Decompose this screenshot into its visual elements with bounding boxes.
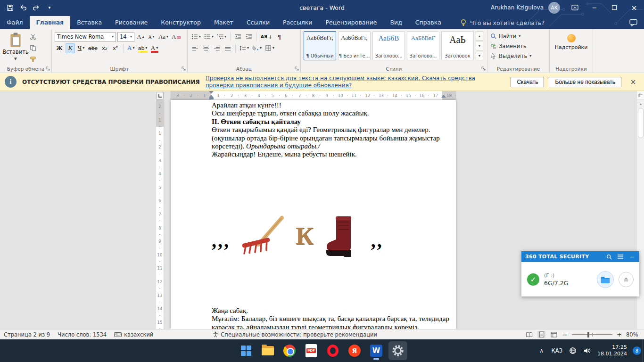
tab-selector[interactable] [156,92,164,99]
settings-icon[interactable] [388,341,407,360]
minimize-button[interactable]: − [585,0,604,15]
increase-indent-button[interactable] [244,32,254,42]
strikethrough-button[interactable]: abc [87,43,99,53]
boot-image[interactable] [324,214,361,258]
align-right-button[interactable] [212,43,222,53]
ruler-toggle-icon[interactable] [637,91,644,100]
format-painter-button[interactable] [28,55,38,65]
redo-icon[interactable] [30,1,42,14]
font-name-combo[interactable]: Times New Roma ▾ [55,32,116,42]
ribbon-display-options-icon[interactable] [565,0,585,15]
scroll-up-icon[interactable]: ▴ [637,100,644,107]
network-icon[interactable] [568,344,578,358]
superscript-button[interactable]: x² [111,43,120,53]
download-button[interactable]: Скачать [511,77,544,87]
doc-paragraph[interactable]: Жаңа сабақ. [212,307,452,315]
bold-button[interactable]: Ж [55,43,64,53]
doc-heading[interactable]: ІІ. Өткен сабақты қайталау [212,118,452,126]
ribbon-tab[interactable]: Файл [0,16,30,29]
subscript-button[interactable]: x₂ [100,43,109,53]
ribbon-tab[interactable]: Вставка [70,16,108,29]
customize-quick-access-icon[interactable]: ▾ [43,1,56,14]
zoom-level[interactable]: 80% [626,331,640,338]
scrollbar-thumb[interactable] [638,108,644,138]
user-avatar[interactable]: AK [548,2,560,14]
style-gallery-item[interactable]: АаБбВвГг, ¶ Обычный [304,31,336,60]
styles-dialog-launcher-icon[interactable] [481,66,486,71]
tray-chevron-icon[interactable]: ∧ [537,344,546,358]
widget-menu-icon[interactable] [617,253,624,261]
zoom-slider[interactable] [572,334,612,335]
ribbon-tab[interactable]: Рассылки [276,16,319,29]
document-page[interactable]: Арайлап атқан күнге!!! Осы шеңберде тұры… [171,100,456,329]
ribbon-tab[interactable]: Рецензирование [319,16,384,29]
justify-button[interactable] [223,43,232,53]
copy-button[interactable] [28,43,38,53]
undo-icon[interactable] [17,1,29,14]
ribbon-tab[interactable]: Макет [207,16,240,29]
doc-paragraph[interactable]: Осы шеңберде тұрып, өткен сабаққа шолу ж… [212,109,452,117]
notification-badge[interactable]: 8 [633,346,641,355]
doc-paragraph[interactable]: Өткен тақырыбымыз қандай еді? Геометриял… [212,126,452,134]
italic-button[interactable]: К [66,43,75,53]
select-button[interactable]: Выделить ▾ [490,51,546,60]
doc-paragraph[interactable]: Арайлап атқан күнге!!! [212,101,452,109]
style-gallery-item[interactable]: АаБбВвГ Заголово... [407,31,439,60]
styles-scroll-up-icon[interactable]: ▴ [476,31,483,41]
rake-image[interactable] [240,215,285,257]
feedback-icon[interactable] [629,16,637,29]
style-gallery-item[interactable]: АаЬ Заголовок [441,31,474,60]
align-center-button[interactable] [201,43,211,53]
vertical-ruler[interactable]: 21123456789101112131415 [156,100,164,329]
paragraph-dialog-launcher-icon[interactable] [294,66,299,71]
input-language-indicator[interactable]: ҚАЗ [551,344,563,358]
decrease-indent-button[interactable] [233,32,243,42]
ribbon-tab[interactable]: Рисование [108,16,154,29]
volume-icon[interactable] [582,344,592,358]
doc-paragraph[interactable]: Мұғалім: Балалар, біз көшеге шықсақ та, … [212,315,452,323]
close-button[interactable]: × [624,0,644,15]
numbering-button[interactable]: ▾ [203,32,215,42]
info-bar-message-link[interactable]: Проверка не выполняется для текста на сл… [206,75,505,89]
styles-gallery-more-icon[interactable]: ▾ [476,51,483,60]
addins-button[interactable]: Надстройки [551,31,592,53]
show-paragraph-marks-button[interactable]: ¶ [274,32,284,42]
highlight-button[interactable]: ab▾ [137,43,149,53]
page-indicator[interactable]: Страница 2 из 9 [4,331,50,338]
save-icon[interactable] [4,1,16,14]
opera-icon[interactable] [323,341,342,360]
change-case-button[interactable]: Аа▾ [157,32,169,42]
zoom-out-button[interactable]: − [562,331,568,338]
zoom-slider-thumb[interactable] [587,332,589,337]
eject-drive-button[interactable] [619,272,634,287]
widget-search-icon[interactable] [605,253,613,261]
right-indent-marker[interactable] [441,95,446,98]
file-explorer-icon[interactable] [258,341,277,360]
doc-paragraph[interactable]: Жарайсыңдар! Ендеше, мына ребусты шешейі… [212,150,452,158]
web-layout-icon[interactable] [550,331,558,338]
word-count[interactable]: Число слов: 1534 [58,331,107,338]
chrome-icon[interactable] [280,341,299,360]
clear-formatting-button[interactable]: А [171,32,182,42]
style-gallery-item[interactable]: АаБбВвГг, ¶ Без инте... [338,31,371,60]
clipboard-dialog-launcher-icon[interactable] [45,66,50,71]
bullets-button[interactable]: ▾ [190,32,202,42]
multilevel-list-button[interactable]: ▾ [216,32,227,42]
pdf-reader-icon[interactable]: PDF [302,341,321,360]
underline-button[interactable]: Ч▾ [76,43,86,53]
shading-button[interactable]: ▾ [251,43,263,53]
info-bar-close-icon[interactable]: × [628,78,638,86]
taskbar-clock[interactable]: 17:25 18.01.2024 [596,344,628,358]
zoom-in-button[interactable]: + [617,331,622,338]
open-drive-folder-button[interactable] [597,271,614,288]
print-layout-icon[interactable] [537,331,545,338]
accessibility-checker[interactable]: Специальные возможности: проверьте реком… [213,331,377,338]
doc-paragraph-clipped[interactable]: қарасақ та, айналамыздан түрлі геометрия… [212,323,452,329]
doc-paragraph[interactable]: (оқушылар ортада бір-біріне орындаған та… [212,134,452,151]
first-line-indent-marker[interactable] [209,91,214,94]
word-taskbar-icon[interactable]: W [367,341,386,360]
read-mode-icon[interactable] [525,331,533,338]
styles-scroll-down-icon[interactable]: ▾ [476,41,483,50]
style-gallery-item[interactable]: АаБбВ Заголово... [372,31,405,60]
user-name[interactable]: Arukhan Kzlgulova [491,4,544,11]
